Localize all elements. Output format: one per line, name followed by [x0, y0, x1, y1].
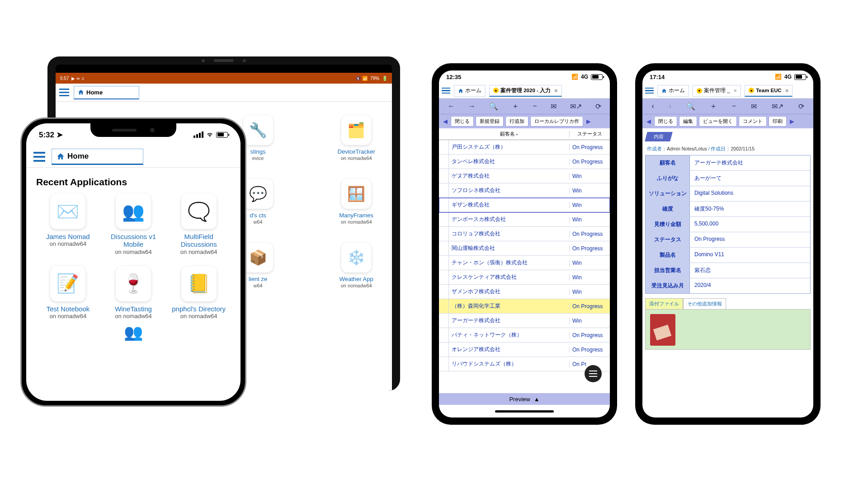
cell-status: On Progress: [569, 245, 610, 252]
app-tile[interactable]: 👥Discussions v1 Mobileon nomadw64: [105, 194, 162, 255]
table-row[interactable]: オレンジア株式会社On Progress: [439, 343, 610, 357]
table-row[interactable]: デンボースカ株式会社Win: [439, 212, 610, 227]
scroll-right-icon[interactable]: ▶: [788, 118, 796, 125]
new-record-button[interactable]: 新規登録: [476, 116, 504, 127]
status-time: 17:14: [650, 74, 665, 80]
search-button[interactable]: 🔍: [489, 102, 498, 111]
table-row[interactable]: ザメンホフ株式会社Win: [439, 285, 610, 299]
forward-button[interactable]: ›: [669, 102, 671, 110]
close-doc-button[interactable]: 閉じる: [451, 116, 474, 127]
field-label: ふりがな: [646, 171, 690, 186]
app-tile[interactable]: 🗂️DeviceTrackeron nomadw64: [330, 115, 383, 161]
cell-customer: バティ・ネットワーク（株）: [449, 331, 569, 339]
refresh-button[interactable]: ⟳: [798, 102, 804, 111]
app-tile[interactable]: 🪟ManyFrameson nomadw64: [330, 179, 383, 225]
tab-home[interactable]: Home: [52, 149, 143, 165]
tab-home[interactable]: Home: [74, 86, 139, 99]
add-button[interactable]: ＋: [710, 102, 717, 111]
tab-attachments[interactable]: 添付ファイル: [645, 298, 683, 309]
table-row[interactable]: クレスケンティア株式会社Win: [439, 270, 610, 285]
doc-icon: ●: [749, 88, 754, 93]
close-icon[interactable]: ×: [734, 87, 737, 94]
cell-customer: タンペレ株式会社: [449, 158, 569, 165]
menu-icon[interactable]: [442, 88, 450, 94]
table-row[interactable]: 戸田システムズ（株）On Progress: [439, 140, 610, 155]
table-row[interactable]: リバウドシステムズ（株）On Pr: [439, 357, 610, 371]
tab-home[interactable]: ホーム: [657, 85, 689, 97]
table-row[interactable]: （株）森岡化学工業On Progress: [439, 299, 610, 314]
field-value: Digital Solutions: [690, 186, 810, 201]
col-customer[interactable]: 顧客名: [500, 131, 515, 136]
app-tile[interactable]: ✉️James Nomadon nomadw64: [40, 194, 96, 255]
tab-home[interactable]: ホーム: [454, 85, 486, 97]
cell-customer: ゲヌア株式会社: [449, 172, 569, 180]
local-replica-button[interactable]: ローカルレプリカ作: [530, 116, 583, 127]
mail-read-button[interactable]: ✉: [551, 102, 557, 111]
fab-menu-icon[interactable]: [585, 365, 602, 382]
close-button[interactable]: 閉じる: [654, 116, 677, 127]
status-network: 4G: [784, 74, 792, 80]
close-icon[interactable]: ×: [785, 87, 789, 94]
nav-toolbar: ‹ › 🔍 ＋ − ✉ ✉↗ ⟳: [642, 99, 813, 114]
edit-button[interactable]: 編集: [679, 116, 697, 127]
table-row[interactable]: ゲヌア株式会社Win: [439, 169, 610, 183]
tab-document[interactable]: ●案件管理 2020 - 入力×: [489, 85, 562, 97]
app-tile[interactable]: 📝Test Notebookon nomadw64: [40, 266, 96, 319]
forward-button[interactable]: →: [468, 102, 476, 110]
open-view-button[interactable]: ビューを開く: [699, 116, 737, 127]
menu-icon[interactable]: [33, 152, 45, 162]
detail-row: ソリューションDigital Solutions: [646, 186, 810, 202]
cell-customer: オレンジア株式会社: [449, 346, 569, 353]
cell-status: On Progress: [569, 332, 610, 338]
mail-send-button[interactable]: ✉↗: [570, 102, 582, 111]
col-status[interactable]: ステータス: [577, 131, 602, 136]
app-tile[interactable]: 🗨️MultiField Discussionson nomadw64: [170, 194, 227, 255]
notch: [90, 123, 176, 137]
search-button[interactable]: 🔍: [686, 102, 695, 111]
table-row[interactable]: ソフロシネ株式会社Win: [439, 183, 610, 198]
doc-icon: ●: [697, 88, 702, 94]
back-button[interactable]: ←: [448, 102, 455, 110]
menu-icon[interactable]: [645, 88, 654, 94]
tab-doc1[interactable]: ●案件管理 _×: [693, 85, 741, 97]
scroll-left-icon[interactable]: ◀: [645, 118, 652, 125]
back-button[interactable]: ‹: [651, 102, 654, 110]
preview-toggle[interactable]: Preview ▲: [439, 393, 610, 405]
table-row[interactable]: 関山運輸株式会社On Progress: [439, 241, 610, 256]
attachment-tabs: 添付ファイル その他追加情報: [645, 298, 811, 309]
comment-button[interactable]: コメント: [739, 116, 767, 127]
app-tile[interactable]: 📒pnphcl's Directoryon nomadw64: [170, 266, 227, 319]
group-icon[interactable]: 👥: [26, 323, 241, 341]
table-row[interactable]: ギザン株式会社Win: [439, 198, 610, 212]
app-tile[interactable]: ❄️Weather Appon nomadw64: [330, 243, 383, 288]
table-row[interactable]: タンペレ株式会社On Progress: [439, 155, 610, 169]
field-label: 製品名: [646, 248, 690, 263]
minus-button[interactable]: −: [533, 102, 537, 110]
table-row[interactable]: コロリョフ株式会社On Progress: [439, 227, 610, 241]
phone-b-device: 17:14 📶4G ホーム ●案件管理 _× ●Team EUC× ‹ › 🔍 …: [635, 63, 821, 425]
attachment-area[interactable]: [645, 309, 811, 350]
tab-doc2[interactable]: ●Team EUC×: [745, 85, 793, 97]
scroll-left-icon[interactable]: ◀: [442, 118, 449, 125]
attachment-thumbnail[interactable]: [650, 314, 675, 346]
signal-icon: [193, 131, 203, 138]
print-button[interactable]: 印刷: [769, 116, 787, 127]
mail-read-button[interactable]: ✉: [751, 102, 757, 111]
table-row[interactable]: チャン・ホン（張衡）株式会社Win: [439, 256, 610, 270]
add-row-button[interactable]: 行追加: [505, 116, 528, 127]
table-row[interactable]: バティ・ネットワーク（株）On Progress: [439, 328, 610, 343]
table-row[interactable]: アーガーテ株式会社Win: [439, 314, 610, 328]
app-tile[interactable]: 🍷WineTastingon nomadw64: [105, 266, 162, 319]
scroll-right-icon[interactable]: ▶: [585, 118, 592, 125]
cell-customer: チャン・ホン（張衡）株式会社: [449, 259, 569, 267]
minus-button[interactable]: −: [732, 102, 736, 110]
tab-extra-info[interactable]: その他追加情報: [683, 298, 726, 309]
refresh-button[interactable]: ⟳: [595, 102, 601, 111]
add-button[interactable]: ＋: [512, 102, 519, 111]
detail-row: 担当営業名紫石恋: [646, 263, 810, 278]
home-indicator[interactable]: [439, 405, 610, 418]
menu-icon[interactable]: [59, 89, 69, 96]
mail-send-button[interactable]: ✉↗: [772, 102, 783, 111]
close-icon[interactable]: ×: [554, 87, 558, 94]
detail-row: 製品名Domino V11: [646, 248, 810, 263]
